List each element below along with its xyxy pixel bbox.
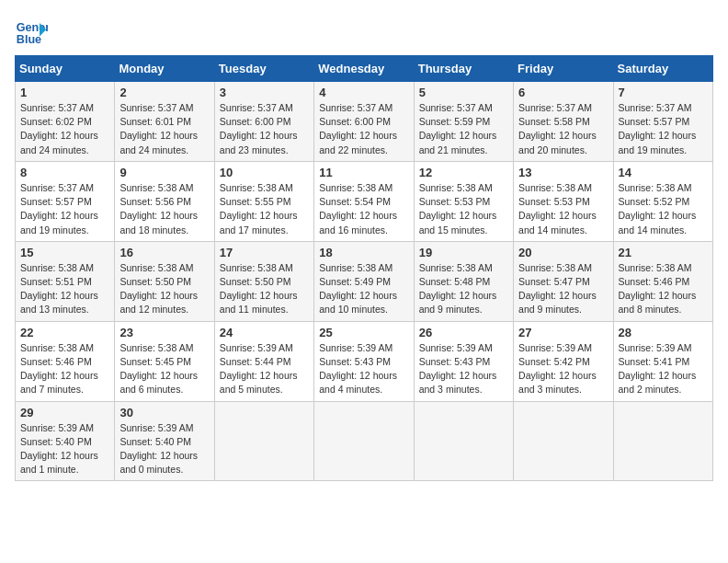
day-number: 10 [220,166,309,179]
calendar-cell: 3Sunrise: 5:37 AMSunset: 6:00 PMDaylight… [214,82,313,162]
day-info: Sunrise: 5:38 AMSunset: 5:49 PMDaylight:… [319,261,408,317]
calendar-cell: 25Sunrise: 5:39 AMSunset: 5:43 PMDayligh… [314,321,414,401]
day-number: 12 [419,166,508,179]
day-number: 13 [518,166,608,179]
col-header-sunday: Sunday [16,56,115,82]
calendar-cell [613,401,712,481]
day-info: Sunrise: 5:37 AMSunset: 5:59 PMDaylight:… [419,101,508,157]
calendar-cell: 14Sunrise: 5:38 AMSunset: 5:52 PMDayligh… [613,161,712,241]
calendar-cell [214,401,313,481]
day-info: Sunrise: 5:39 AMSunset: 5:42 PMDaylight:… [518,341,608,397]
day-info: Sunrise: 5:37 AMSunset: 5:57 PMDaylight:… [619,101,708,157]
day-number: 25 [319,326,408,339]
day-number: 20 [518,246,608,259]
calendar-week-row: 22Sunrise: 5:38 AMSunset: 5:46 PMDayligh… [16,321,713,401]
day-number: 3 [220,86,309,99]
day-number: 5 [419,86,508,99]
calendar-week-row: 29Sunrise: 5:39 AMSunset: 5:40 PMDayligh… [16,401,713,481]
col-header-wednesday: Wednesday [314,56,414,82]
calendar-cell: 28Sunrise: 5:39 AMSunset: 5:41 PMDayligh… [613,321,712,401]
day-number: 21 [619,246,708,259]
calendar-cell: 10Sunrise: 5:38 AMSunset: 5:55 PMDayligh… [214,161,313,241]
calendar-cell: 2Sunrise: 5:37 AMSunset: 6:01 PMDaylight… [115,82,214,162]
day-info: Sunrise: 5:37 AMSunset: 6:01 PMDaylight:… [119,101,209,157]
calendar-cell: 15Sunrise: 5:38 AMSunset: 5:51 PMDayligh… [16,241,115,321]
day-number: 17 [220,246,309,259]
calendar-week-row: 1Sunrise: 5:37 AMSunset: 6:02 PMDaylight… [16,82,713,162]
calendar-cell: 26Sunrise: 5:39 AMSunset: 5:43 PMDayligh… [414,321,513,401]
svg-text:Blue: Blue [17,33,41,46]
day-number: 19 [419,246,508,259]
calendar-cell: 7Sunrise: 5:37 AMSunset: 5:57 PMDaylight… [613,82,712,162]
day-number: 4 [319,86,408,99]
day-info: Sunrise: 5:37 AMSunset: 6:00 PMDaylight:… [319,101,408,157]
day-info: Sunrise: 5:39 AMSunset: 5:41 PMDaylight:… [619,341,708,397]
calendar-cell: 27Sunrise: 5:39 AMSunset: 5:42 PMDayligh… [514,321,613,401]
day-number: 11 [319,166,408,179]
day-info: Sunrise: 5:37 AMSunset: 6:02 PMDaylight:… [20,101,109,157]
day-number: 8 [20,166,109,179]
day-info: Sunrise: 5:38 AMSunset: 5:46 PMDaylight:… [20,341,109,397]
calendar-cell: 29Sunrise: 5:39 AMSunset: 5:40 PMDayligh… [16,401,115,481]
calendar-cell: 19Sunrise: 5:38 AMSunset: 5:48 PMDayligh… [414,241,513,321]
day-number: 15 [20,246,109,259]
day-number: 6 [518,86,608,99]
calendar-cell [314,401,414,481]
day-number: 7 [619,86,708,99]
calendar-cell: 24Sunrise: 5:39 AMSunset: 5:44 PMDayligh… [214,321,313,401]
calendar-week-row: 8Sunrise: 5:37 AMSunset: 5:57 PMDaylight… [16,161,713,241]
calendar-table: SundayMondayTuesdayWednesdayThursdayFrid… [15,55,713,481]
day-info: Sunrise: 5:39 AMSunset: 5:40 PMDaylight:… [20,421,109,477]
col-header-tuesday: Tuesday [214,56,313,82]
calendar-cell: 13Sunrise: 5:38 AMSunset: 5:53 PMDayligh… [514,161,613,241]
day-number: 9 [119,166,209,179]
day-number: 26 [419,326,508,339]
day-info: Sunrise: 5:38 AMSunset: 5:50 PMDaylight:… [119,261,209,317]
day-info: Sunrise: 5:38 AMSunset: 5:52 PMDaylight:… [619,181,708,237]
calendar-cell: 5Sunrise: 5:37 AMSunset: 5:59 PMDaylight… [414,82,513,162]
calendar-cell: 20Sunrise: 5:38 AMSunset: 5:47 PMDayligh… [514,241,613,321]
calendar-cell [414,401,513,481]
day-info: Sunrise: 5:37 AMSunset: 6:00 PMDaylight:… [220,101,309,157]
day-info: Sunrise: 5:38 AMSunset: 5:48 PMDaylight:… [419,261,508,317]
day-info: Sunrise: 5:37 AMSunset: 5:57 PMDaylight:… [20,181,109,237]
day-info: Sunrise: 5:38 AMSunset: 5:53 PMDaylight:… [419,181,508,237]
day-info: Sunrise: 5:38 AMSunset: 5:47 PMDaylight:… [518,261,608,317]
day-number: 24 [220,326,309,339]
day-number: 1 [20,86,109,99]
day-info: Sunrise: 5:38 AMSunset: 5:46 PMDaylight:… [619,261,708,317]
day-number: 29 [20,406,109,419]
col-header-monday: Monday [115,56,214,82]
logo-icon: General Blue [15,15,48,48]
day-number: 27 [518,326,608,339]
calendar-header-row: SundayMondayTuesdayWednesdayThursdayFrid… [16,56,713,82]
day-info: Sunrise: 5:38 AMSunset: 5:51 PMDaylight:… [20,261,109,317]
calendar-cell: 11Sunrise: 5:38 AMSunset: 5:54 PMDayligh… [314,161,414,241]
day-info: Sunrise: 5:38 AMSunset: 5:55 PMDaylight:… [220,181,309,237]
calendar-cell: 22Sunrise: 5:38 AMSunset: 5:46 PMDayligh… [16,321,115,401]
day-number: 23 [119,326,209,339]
calendar-cell: 17Sunrise: 5:38 AMSunset: 5:50 PMDayligh… [214,241,313,321]
page-header: General Blue [15,15,713,48]
day-number: 14 [619,166,708,179]
day-info: Sunrise: 5:38 AMSunset: 5:56 PMDaylight:… [119,181,209,237]
col-header-friday: Friday [514,56,613,82]
calendar-cell: 1Sunrise: 5:37 AMSunset: 6:02 PMDaylight… [16,82,115,162]
calendar-cell: 6Sunrise: 5:37 AMSunset: 5:58 PMDaylight… [514,82,613,162]
col-header-saturday: Saturday [613,56,712,82]
day-info: Sunrise: 5:38 AMSunset: 5:45 PMDaylight:… [119,341,209,397]
day-info: Sunrise: 5:38 AMSunset: 5:53 PMDaylight:… [518,181,608,237]
day-number: 30 [119,406,209,419]
day-info: Sunrise: 5:38 AMSunset: 5:50 PMDaylight:… [220,261,309,317]
calendar-cell: 8Sunrise: 5:37 AMSunset: 5:57 PMDaylight… [16,161,115,241]
day-number: 2 [119,86,209,99]
calendar-cell [514,401,613,481]
calendar-cell: 9Sunrise: 5:38 AMSunset: 5:56 PMDaylight… [115,161,214,241]
day-number: 22 [20,326,109,339]
calendar-cell: 12Sunrise: 5:38 AMSunset: 5:53 PMDayligh… [414,161,513,241]
day-number: 28 [619,326,708,339]
day-info: Sunrise: 5:39 AMSunset: 5:43 PMDaylight:… [319,341,408,397]
day-info: Sunrise: 5:39 AMSunset: 5:40 PMDaylight:… [119,421,209,477]
calendar-cell: 21Sunrise: 5:38 AMSunset: 5:46 PMDayligh… [613,241,712,321]
day-number: 16 [119,246,209,259]
